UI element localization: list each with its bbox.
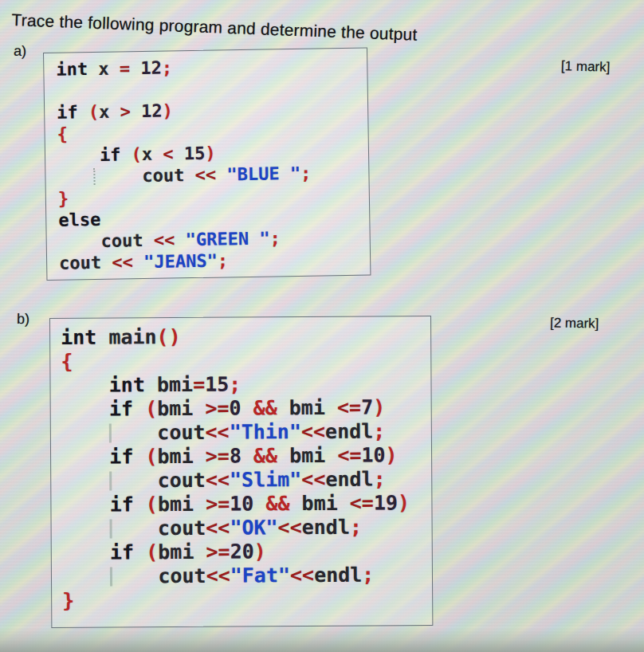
- code-token-b: ): [254, 540, 266, 563]
- page-title: Trace the following program and determin…: [11, 10, 418, 45]
- code-token-s: "Slim": [230, 468, 301, 492]
- code-line: if (bmi >=8 && bmi <=10): [61, 443, 431, 469]
- indent-guide: [93, 168, 95, 185]
- indent-guide: [109, 472, 112, 491]
- code-token-p: bmi: [145, 373, 193, 396]
- code-token-p: [131, 101, 142, 121]
- code-token-n: 10: [361, 443, 385, 466]
- code-token-b: ;: [269, 228, 281, 248]
- code-token-p: bmi: [158, 493, 206, 516]
- code-token-o: <: [163, 143, 174, 163]
- code-token-b: {: [57, 124, 68, 144]
- code-token-n: 12: [141, 101, 163, 121]
- code-token-b: ;: [300, 163, 312, 183]
- code-token-p: [134, 493, 146, 516]
- code-line: if (bmi >=0 && bmi <=7): [61, 395, 431, 422]
- code-token-o: <<: [206, 516, 230, 540]
- code-token-p: endl: [314, 564, 362, 587]
- code-token-p: [216, 164, 227, 184]
- screen-bottom-bezel: [0, 628, 644, 652]
- code-line: if (bmi >=10 && bmi <=19): [61, 491, 431, 517]
- code-token-b: ;: [373, 419, 385, 442]
- code-token-b: (: [146, 540, 158, 564]
- screen-photo: Trace the following program and determin…: [0, 0, 644, 652]
- code-token-p: endl: [325, 420, 373, 443]
- code-token-o: <=: [337, 444, 361, 467]
- indent-guide: [109, 424, 112, 443]
- code-token-b: (: [88, 102, 100, 122]
- question-label-a: a): [14, 43, 26, 60]
- code-token-p: [61, 374, 108, 397]
- code-token-k: int: [56, 59, 88, 80]
- code-token-o: <<: [194, 165, 216, 185]
- code-token-b: (: [145, 397, 157, 420]
- code-token-o: >=: [205, 397, 229, 420]
- code-token-p: x: [142, 144, 163, 164]
- code-token-n: 12: [140, 58, 162, 78]
- code-token-n: 8: [230, 445, 242, 468]
- code-token-b: (: [146, 493, 158, 516]
- code-token-p: cout: [61, 421, 206, 445]
- code-token-o: <<: [301, 420, 325, 443]
- code-token-p: [241, 396, 253, 419]
- code-token-s: "BLUE ": [226, 163, 300, 184]
- code-token-k: if: [109, 445, 133, 468]
- code-token-s: "GREEN ": [185, 229, 269, 250]
- code-token-b: ;: [218, 250, 229, 270]
- code-token-o: <<: [277, 516, 301, 539]
- code-token-p: cout: [59, 253, 112, 273]
- code-token-b: ;: [162, 57, 173, 77]
- code-token-n: 10: [230, 492, 253, 515]
- code-token-b: ): [373, 395, 385, 418]
- code-token-s: "Fat": [230, 564, 290, 587]
- code-token-p: bmi: [157, 397, 205, 420]
- code-token-o: <<: [154, 230, 175, 249]
- code-token-n: 0: [229, 397, 241, 420]
- code-token-n: 7: [361, 396, 373, 419]
- code-line: }: [62, 587, 432, 613]
- code-token-k: if: [110, 493, 134, 516]
- code-token-o: <<: [206, 564, 230, 587]
- code-token-s: "JEANS": [143, 251, 218, 272]
- code-token-n: 15: [205, 373, 229, 396]
- code-token-p: [133, 397, 145, 420]
- code-token-p: [133, 252, 144, 272]
- code-token-b: ): [385, 443, 397, 466]
- code-token-o: <<: [206, 469, 230, 492]
- code-token-p: [174, 143, 185, 163]
- mark-label-a: [1 mark]: [561, 58, 611, 76]
- code-token-p: [61, 493, 109, 516]
- code-line: int main(): [61, 324, 430, 350]
- code-line: cout << "JEANS";: [59, 248, 370, 274]
- code-token-p: [175, 230, 186, 249]
- code-token-p: bmi: [277, 396, 337, 419]
- code-line: if (bmi >=20): [62, 539, 432, 565]
- code-token-n: 20: [230, 540, 253, 563]
- code-token-p: [62, 541, 110, 564]
- code-box-a: int x = 12; if (x > 12){ if (x < 15) cou…: [43, 48, 371, 281]
- code-token-o: <=: [337, 396, 361, 419]
- code-token-p: bmi: [277, 444, 337, 467]
- code-token-p: [253, 492, 265, 515]
- code-token-o: <<: [112, 252, 133, 272]
- code-token-b: ): [205, 143, 216, 163]
- indent-guide: [110, 520, 112, 539]
- code-token-b: ;: [362, 564, 374, 587]
- code-token-p: bmi: [158, 540, 206, 564]
- code-token-p: cout: [62, 516, 206, 540]
- code-token-n: 19: [374, 491, 398, 514]
- code-token-p: cout: [57, 165, 195, 187]
- code-token-s: "Thin": [230, 420, 301, 444]
- code-token-p: [120, 144, 132, 164]
- code-token-p: main: [96, 325, 156, 348]
- code-token-b: (: [132, 144, 143, 164]
- code-token-b: ;: [374, 467, 386, 490]
- code-token-k: if: [100, 144, 121, 164]
- code-token-o: <=: [350, 492, 374, 515]
- code-token-o: >=: [206, 540, 230, 564]
- code-token-p: [242, 444, 253, 467]
- code-line: cout<<"Thin"<<endl;: [61, 419, 431, 446]
- code-token-p: cout: [61, 469, 206, 493]
- code-token-o: >=: [206, 493, 230, 516]
- code-token-p: [133, 445, 145, 468]
